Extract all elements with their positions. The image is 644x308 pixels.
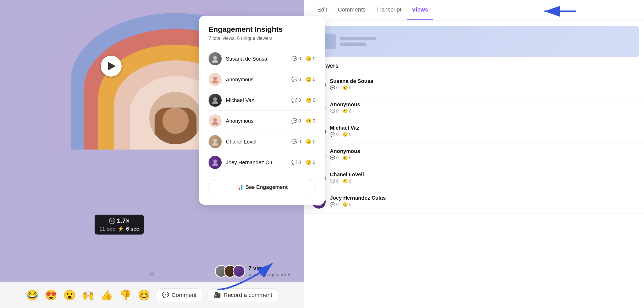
- viewer-row-michael[interactable]: Michael Vaz 💬 0 🙂 0: [209, 90, 315, 111]
- right-viewer-info-anon2: Anonymous 💬 0 🙂 0: [330, 148, 636, 160]
- reactions-michael: 🙂 0: [306, 97, 315, 103]
- svg-point-11: [213, 160, 217, 163]
- right-viewer-info-joey: Joey Hernandez Culas 💬 0 🙂 0: [330, 195, 636, 207]
- viewer-row-anon2[interactable]: Anonymous 💬 0 🙂 0: [209, 111, 315, 131]
- speed-line: ⊙ 1.7×: [109, 217, 129, 225]
- viewer-stats-michael: 💬 0 🙂 0: [291, 97, 315, 103]
- right-reactions-anon2: 🙂 0: [343, 155, 351, 160]
- viewer-row-anon1[interactable]: Anonymous 💬 0 🙂 0: [209, 69, 315, 90]
- viewer-stats-susana: 💬 0 🙂 0: [291, 56, 315, 62]
- svg-point-7: [213, 118, 217, 122]
- avatar-anon2: [209, 114, 222, 128]
- right-viewer-name-michael: Michael Vaz: [330, 125, 636, 131]
- right-comments-anon1: 💬 0: [330, 109, 339, 114]
- viewer-name-anon2: Anonymous: [226, 118, 287, 124]
- emoji-wow[interactable]: 😮: [62, 288, 77, 302]
- right-viewer-chanel[interactable]: Chanel Lovell 💬 0 🙂 0: [304, 167, 644, 190]
- emoji-plus[interactable]: 😊: [137, 288, 151, 302]
- emoji-heart-eyes[interactable]: 😍: [44, 288, 58, 302]
- reactions-joey: 🙂 0: [306, 160, 315, 165]
- right-viewer-name-chanel: Chanel Lovell: [330, 172, 636, 178]
- avatar-michael: [209, 94, 222, 107]
- right-viewer-joey[interactable]: Joey Hernandez Culas 💬 0 🙂 0: [304, 190, 644, 214]
- right-viewer-info-michael: Michael Vaz 💬 0 🙂 0: [330, 125, 636, 137]
- emoji-thumbs-up[interactable]: 👍: [100, 288, 114, 302]
- right-comments-michael: 💬 0: [330, 132, 339, 137]
- right-comments-susana: 💬 0: [330, 85, 339, 90]
- right-reactions-joey: 🙂 0: [343, 202, 351, 207]
- time-line: 11 sec ⚡ 6 sec: [99, 226, 139, 232]
- comment-button[interactable]: 💬 Comment: [155, 288, 203, 302]
- right-tabs: Edit Comments Transcript Views: [304, 0, 644, 20]
- arrow-top: [539, 2, 581, 18]
- comment-icon: 💬: [162, 292, 169, 299]
- tab-views[interactable]: Views: [407, 0, 433, 20]
- right-viewer-stats-joey: 💬 0 🙂 0: [330, 202, 636, 207]
- tab-comments[interactable]: Comments: [332, 0, 371, 20]
- avatar-chanel: [209, 135, 222, 148]
- tab-views-label: Views: [412, 6, 428, 13]
- avatar-joey: [209, 156, 222, 169]
- right-viewer-stats-anon1: 💬 0 🙂 0: [330, 109, 636, 114]
- speed-tooltip: ⊙ 1.7× 11 sec ⚡ 6 sec: [95, 215, 144, 235]
- avatar-anon1: [209, 73, 222, 86]
- viewer-row-joey[interactable]: Joey Hernandez Cu... 💬 0 🙂 0: [209, 152, 315, 173]
- chevron-down-icon: ▾: [288, 272, 290, 278]
- right-viewer-name-susana: Susana de Sousa: [330, 78, 636, 84]
- viewer-name-chanel: Chanel Lovell: [226, 139, 287, 145]
- right-viewer-anon2[interactable]: Anonymous 💬 0 🙂 0: [304, 144, 644, 167]
- chart-icon: 📊: [236, 184, 243, 190]
- see-engagement-button[interactable]: 📊 See Engagement: [209, 179, 315, 195]
- right-reactions-chanel: 🙂 0: [343, 179, 351, 184]
- right-viewer-anon1[interactable]: Anonymous 💬 0 🙂 0: [304, 97, 644, 120]
- svg-point-1: [213, 56, 217, 60]
- comments-joey: 💬 0: [291, 160, 301, 165]
- comments-chanel: 💬 0: [291, 139, 301, 145]
- see-engagement-label: See Engagement: [245, 184, 288, 190]
- viewer-row-susana[interactable]: Susana de Sousa 💬 0 🙂 0: [209, 49, 315, 69]
- lightning-icon: ⚡: [117, 226, 124, 232]
- right-viewer-susana[interactable]: Susana de Sousa 💬 0 🙂 0: [304, 73, 644, 97]
- comments-anon1: 💬 0: [291, 77, 301, 82]
- right-content: 6 Viewers Susana de Sousa 💬 0 🙂 0 Anonym…: [304, 20, 644, 308]
- svg-point-4: [212, 80, 218, 83]
- tab-transcript[interactable]: Transcript: [371, 0, 407, 20]
- popup-subtitle: 7 total views, 6 unique viewers: [209, 36, 315, 41]
- right-viewer-stats-susana: 💬 0 🙂 0: [330, 85, 636, 90]
- avatar-susana: [209, 52, 222, 65]
- tab-transcript-label: Transcript: [376, 6, 401, 13]
- svg-point-6: [212, 101, 218, 104]
- emoji-thumbs-down[interactable]: 👎: [118, 288, 133, 302]
- right-reactions-anon1: 🙂 0: [343, 109, 351, 114]
- viewers-section-title: 6 Viewers: [304, 62, 644, 73]
- emoji-laugh[interactable]: 😂: [25, 288, 40, 302]
- viewer-name-joey: Joey Hernandez Cu...: [226, 160, 287, 166]
- reactions-chanel: 🙂 0: [306, 139, 315, 145]
- viewer-name-susana: Susana de Sousa: [226, 56, 287, 62]
- right-viewer-michael[interactable]: Michael Vaz 💬 0 🙂 0: [304, 120, 644, 144]
- emoji-raised-hands[interactable]: 🙌: [81, 288, 95, 302]
- viewer-stats-joey: 💬 0 🙂 0: [291, 160, 315, 165]
- right-viewer-info-anon1: Anonymous 💬 0 🙂 0: [330, 102, 636, 114]
- right-reactions-susana: 🙂 0: [343, 85, 351, 90]
- right-viewer-stats-michael: 💬 0 🙂 0: [330, 132, 636, 137]
- popup-title: Engagement Insights: [209, 25, 315, 34]
- camera-icon: 🎥: [214, 292, 221, 299]
- svg-point-3: [213, 77, 217, 80]
- tab-comments-label: Comments: [338, 6, 365, 13]
- svg-point-8: [212, 122, 218, 125]
- original-time: 11 sec: [99, 226, 115, 232]
- right-viewer-name-anon2: Anonymous: [330, 148, 636, 154]
- play-button[interactable]: [101, 56, 122, 77]
- blurred-line-1: [340, 37, 376, 40]
- right-reactions-michael: 🙂 0: [343, 132, 351, 137]
- svg-point-12: [212, 163, 218, 166]
- current-time: 6 sec: [126, 226, 139, 232]
- svg-point-2: [212, 60, 218, 63]
- speed-icon: ⊙: [109, 218, 116, 224]
- viewer-row-chanel[interactable]: Chanel Lovell 💬 0 🙂 0: [209, 131, 315, 152]
- right-comments-joey: 💬 0: [330, 202, 339, 207]
- blurred-preview-card: [309, 26, 639, 57]
- comment-label: Comment: [172, 292, 197, 299]
- record-label: Record a comment: [223, 292, 272, 299]
